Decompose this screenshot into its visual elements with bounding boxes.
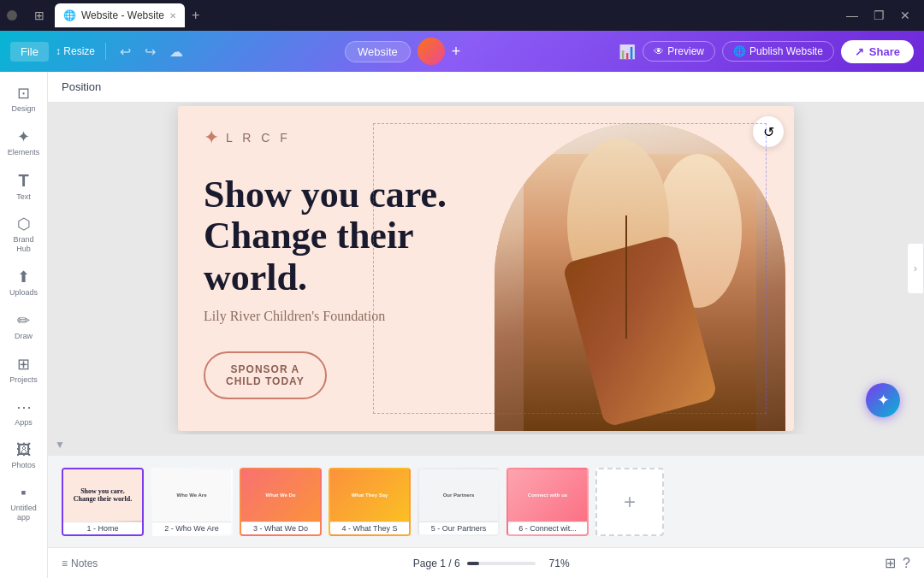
- thumb-label-4: 4 - What They S: [330, 522, 409, 534]
- add-page-icon: +: [624, 490, 636, 514]
- window-dots: [7, 10, 17, 21]
- headline: Show you care. Change their world.: [204, 174, 512, 298]
- notes-button[interactable]: ≡ Notes: [62, 557, 98, 569]
- draw-icon: ✏: [17, 311, 30, 330]
- right-panel-toggle[interactable]: ›: [907, 243, 924, 294]
- thumb-label-3: 3 - What We Do: [241, 522, 320, 534]
- file-button[interactable]: File: [10, 42, 49, 62]
- sidebar-item-brand-hub[interactable]: ⬡ Brand Hub: [3, 209, 44, 259]
- status-bar: ≡ Notes Page 1 / 6 71% ⊞ ?: [48, 547, 924, 578]
- headline-line2: Change their world.: [204, 215, 512, 298]
- photos-icon: 🖼: [16, 441, 32, 459]
- grid-view-button[interactable]: ⊞: [885, 555, 896, 571]
- sidebar-item-draw[interactable]: ✏ Draw: [3, 306, 44, 346]
- sidebar-item-uploads[interactable]: ⬆ Uploads: [3, 262, 44, 303]
- status-center: Page 1 / 6 71%: [108, 557, 874, 569]
- sidebar-label-photos: Photos: [11, 461, 35, 470]
- brand-hub-icon: ⬡: [17, 215, 31, 233]
- sidebar-label-projects: Projects: [9, 375, 38, 385]
- sidebar-label-elements: Elements: [8, 148, 40, 157]
- elements-icon: ✦: [17, 127, 30, 146]
- canvas-wrapper[interactable]: ✦ L R C F Show you care. Change their wo…: [48, 103, 924, 434]
- maximize-button[interactable]: ❐: [867, 5, 891, 26]
- sidebar-label-text: Text: [16, 192, 31, 202]
- scroll-expand-button[interactable]: ▼: [55, 439, 65, 451]
- analytics-button[interactable]: 📊: [619, 44, 636, 60]
- notes-icon: ≡: [62, 557, 68, 569]
- preview-icon: 👁: [654, 45, 664, 57]
- design-canvas[interactable]: ✦ L R C F Show you care. Change their wo…: [178, 106, 794, 431]
- canvas-area: Position ✦ L R C F Show you care. Change…: [48, 72, 924, 578]
- photo-inner: [495, 123, 785, 431]
- filmstrip-thumb-1[interactable]: Show you care. Change their world. 1 - H…: [62, 468, 144, 536]
- avatar-button[interactable]: [418, 38, 445, 65]
- page-indicator: Page 1 / 6: [413, 557, 460, 569]
- sidebar-label-brand-hub: Brand Hub: [7, 235, 41, 254]
- filmstrip-thumb-2[interactable]: Who We Are 2 - Who We Are: [151, 468, 233, 536]
- position-label: Position: [62, 80, 101, 93]
- publish-label: Publish Website: [749, 45, 823, 57]
- active-tab[interactable]: 🌐 Website - Website ✕: [55, 3, 185, 27]
- thumb-content-3: What We Do: [241, 469, 320, 521]
- sidebar: ⊡ Design ✦ Elements T Text ⬡ Brand Hub ⬆…: [0, 72, 48, 578]
- publish-button[interactable]: 🌐 Publish Website: [722, 41, 834, 62]
- photo-circle: [495, 123, 785, 431]
- headline-line1: Show you care.: [204, 174, 512, 215]
- sidebar-label-untitled-app: Untitled app: [7, 504, 41, 522]
- sidebar-item-text[interactable]: T Text: [3, 166, 44, 207]
- share-icon: ↗: [855, 45, 864, 58]
- magic-button[interactable]: ✦: [866, 383, 900, 417]
- thumb-label-1: 1 - Home: [63, 522, 142, 534]
- toolbar: File ↕ Resize ↩ ↪ ☁ Website + 📊 👁 Previe…: [0, 31, 924, 72]
- tab-icon: 🌐: [63, 9, 76, 21]
- sidebar-item-elements[interactable]: ✦ Elements: [3, 122, 44, 162]
- sidebar-item-photos[interactable]: 🖼 Photos: [3, 436, 44, 475]
- sidebar-item-design[interactable]: ⊡ Design: [3, 79, 44, 119]
- add-page-button[interactable]: +: [595, 468, 664, 536]
- share-label: Share: [869, 45, 900, 58]
- minimize-button[interactable]: —: [839, 5, 865, 26]
- thumb-label-5: 5 - Our Partners: [419, 522, 498, 534]
- toolbar-divider: [105, 43, 106, 60]
- tab-label: Website - Website: [81, 9, 164, 21]
- tab-close-icon[interactable]: ✕: [169, 11, 176, 21]
- share-button[interactable]: ↗ Share: [841, 40, 914, 63]
- undo-button[interactable]: ↩: [116, 40, 134, 63]
- subtitle: Lily River Children's Foundation: [204, 309, 512, 324]
- cloud-save-button[interactable]: ☁: [166, 40, 187, 63]
- logo-star-icon: ✦: [204, 127, 219, 149]
- logo-area: ✦ L R C F: [204, 127, 291, 149]
- projects-icon: ⊞: [17, 355, 30, 374]
- sidebar-item-untitled-app[interactable]: ▪ Untitled app: [3, 479, 44, 528]
- status-right: ⊞ ?: [885, 555, 910, 571]
- thumb-content-6: Connect with us: [508, 469, 587, 521]
- new-tab-button[interactable]: +: [188, 4, 203, 27]
- redo-button[interactable]: ↪: [141, 40, 159, 63]
- publish-icon: 🌐: [733, 45, 746, 57]
- main-area: ⊡ Design ✦ Elements T Text ⬡ Brand Hub ⬆…: [0, 72, 924, 578]
- position-bar: Position: [48, 72, 924, 103]
- design-icon: ⊡: [17, 84, 30, 103]
- photo-area: [486, 106, 794, 431]
- refresh-button[interactable]: ↺: [753, 116, 784, 147]
- help-button[interactable]: ?: [903, 556, 910, 571]
- sidebar-item-apps[interactable]: ⋯ Apps: [3, 392, 44, 433]
- close-button[interactable]: ✕: [893, 5, 917, 26]
- cta-button[interactable]: SPONSOR ACHILD TODAY: [204, 351, 327, 399]
- tab-area: ⊞ 🌐 Website - Website ✕ +: [24, 3, 832, 27]
- filmstrip-thumb-4[interactable]: What They Say 4 - What They S: [329, 468, 411, 536]
- sidebar-label-uploads: Uploads: [9, 288, 38, 298]
- canvas-text-area: Show you care. Change their world. Lily …: [204, 174, 512, 399]
- sidebar-item-projects[interactable]: ⊞ Projects: [3, 350, 44, 390]
- add-collaborator-button[interactable]: +: [452, 43, 461, 61]
- filmstrip-thumb-3[interactable]: What We Do 3 - What We Do: [240, 468, 322, 536]
- filmstrip-thumb-6[interactable]: Connect with us 6 - Connect wit...: [506, 468, 589, 536]
- apps-icon: ⋯: [16, 398, 32, 416]
- home-button[interactable]: ⊞: [27, 3, 51, 27]
- page-progress-track: [467, 562, 536, 565]
- toolbar-right: 📊 👁 Preview 🌐 Publish Website ↗ Share: [619, 40, 914, 63]
- preview-button[interactable]: 👁 Preview: [643, 41, 715, 62]
- notes-label: Notes: [71, 557, 98, 569]
- resize-button[interactable]: ↕ Resize: [56, 45, 95, 57]
- filmstrip-thumb-5[interactable]: Our Partners 5 - Our Partners: [418, 468, 500, 536]
